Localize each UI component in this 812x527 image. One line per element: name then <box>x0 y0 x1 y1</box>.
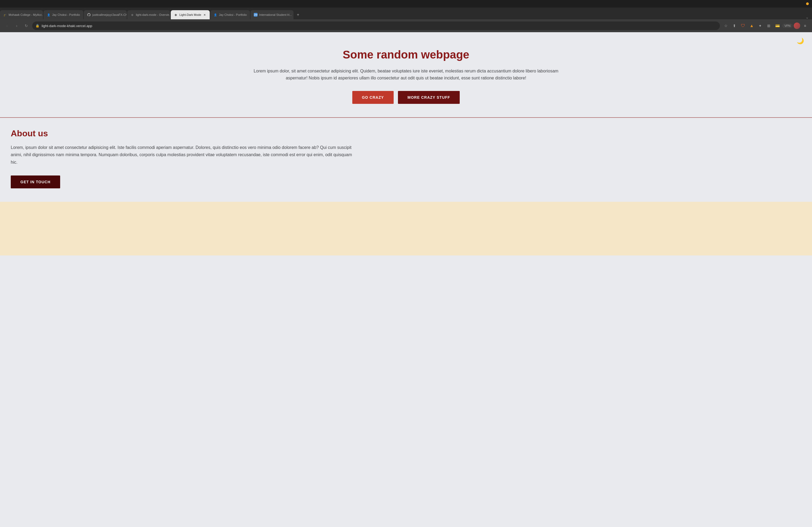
tab-lightdark-active[interactable]: ◆ Light-Dark Mode ✕ <box>171 10 210 19</box>
address-input[interactable] <box>42 24 717 28</box>
hamburger-icon: ≡ <box>804 24 806 28</box>
traffic-light-icon <box>806 2 809 5</box>
tab-expand-icon: ⌄ <box>806 15 809 19</box>
share-button[interactable]: ⬆ <box>731 22 738 30</box>
new-tab-button[interactable]: + <box>294 10 302 19</box>
hero-section: 🌙 Some random webpage Lorem ipsum dolor,… <box>0 32 812 117</box>
leo-ai-button[interactable]: ✦ <box>756 22 764 30</box>
hamburger-menu-button[interactable]: ≡ <box>801 22 809 30</box>
nav-bar: ‹ › ↻ 🔒 ☆ ⬆ 🛡 ▲ ✦ <box>0 19 812 32</box>
tab-portfolio-2[interactable]: 👤 Jay Choksi - Portfolio <box>210 10 250 19</box>
tab-portfolio-1[interactable]: 👤 Jay Choksi - Portfolio <box>44 10 83 19</box>
hero-description: Lorem ipsum dolor, sit amet consectetur … <box>245 67 567 81</box>
forward-button[interactable]: › <box>13 22 20 30</box>
tab-label-mohawk: Mohawk College - MyAcc... <box>9 13 43 16</box>
tab-bar: 🎓 Mohawk College - MyAcc... 👤 Jay Choksi… <box>0 7 812 19</box>
dark-mode-toggle[interactable]: 🌙 <box>797 37 804 45</box>
tab-label-overview: light-dark-mode - Overvie... <box>136 13 170 16</box>
vpn-button[interactable]: VPN <box>782 24 793 28</box>
tab-favicon-overview: ◆ <box>130 13 134 17</box>
forward-icon: › <box>16 24 17 28</box>
new-tab-icon: + <box>297 12 299 17</box>
tab-favicon-github <box>87 13 91 17</box>
webpage-content: 🌙 Some random webpage Lorem ipsum dolor,… <box>0 32 812 527</box>
sidebar-toggle-button[interactable]: ⊞ <box>765 22 772 30</box>
hero-buttons: GO CRAZY MORE CRAZY STUFF <box>11 91 801 104</box>
brave-rewards-icon: ▲ <box>750 23 754 28</box>
profile-button[interactable] <box>794 22 800 29</box>
tab-label-lightdark: Light-Dark Mode <box>179 13 201 16</box>
tab-favicon-international: ZM <box>254 13 258 17</box>
tab-favicon-lightdark: ◆ <box>174 13 178 17</box>
lock-icon: 🔒 <box>35 24 40 28</box>
tab-label-portfolio-2: Jay Choksi - Portfolio <box>219 13 247 16</box>
browser-chrome: 🎓 Mohawk College - MyAcc... 👤 Jay Choksi… <box>0 0 812 32</box>
footer-section <box>0 202 812 255</box>
tab-favicon-portfolio-1: 👤 <box>47 13 50 17</box>
wallet-button[interactable]: 💳 <box>773 22 781 30</box>
go-crazy-button[interactable]: GO CRAZY <box>352 91 394 104</box>
tab-overview[interactable]: ◆ light-dark-mode - Overvie... <box>127 10 170 19</box>
tab-international[interactable]: ZM International Student H... <box>250 10 293 19</box>
sidebar-icon: ⊞ <box>767 24 770 28</box>
tab-github[interactable]: justtcallmejayy/JavaFX-Ch... <box>84 10 127 19</box>
tab-label-international: International Student H... <box>259 13 292 16</box>
title-bar <box>0 0 812 7</box>
about-title: About us <box>11 129 801 138</box>
tab-favicon-mohawk: 🎓 <box>3 13 7 17</box>
back-icon: ‹ <box>6 24 8 28</box>
moon-icon: 🌙 <box>797 37 804 44</box>
hero-title: Some random webpage <box>11 48 801 61</box>
tab-bar-right-controls: ⌄ <box>806 15 812 19</box>
tab-label-github: justtcallmejayy/JavaFX-Ch... <box>92 13 127 16</box>
reload-button[interactable]: ↻ <box>23 22 30 30</box>
about-description: Lorem, ipsum dolor sit amet consectetur … <box>11 144 360 166</box>
leo-icon: ✦ <box>758 24 762 28</box>
wallet-icon: 💳 <box>775 24 780 28</box>
share-icon: ⬆ <box>733 24 736 28</box>
back-button[interactable]: ‹ <box>3 22 11 30</box>
brave-rewards-button[interactable]: ▲ <box>748 22 755 30</box>
vpn-label: VPN <box>784 24 791 27</box>
tab-close-icon[interactable]: ✕ <box>203 13 206 17</box>
reload-icon: ↻ <box>25 24 28 28</box>
get-in-touch-button[interactable]: GET IN TOUCH <box>11 176 60 189</box>
address-bar-container[interactable]: 🔒 <box>32 21 720 30</box>
tab-mohawk[interactable]: 🎓 Mohawk College - MyAcc... <box>0 10 43 19</box>
bookmark-icon: ☆ <box>724 24 728 28</box>
tab-label-portfolio-1: Jay Choksi - Portfolio <box>52 13 80 16</box>
brave-shield-button[interactable]: 🛡 <box>739 22 747 30</box>
brave-shield-icon: 🛡 <box>741 23 745 28</box>
bookmark-button[interactable]: ☆ <box>722 22 729 30</box>
section-divider <box>0 117 812 118</box>
nav-right-icons: ☆ ⬆ 🛡 ▲ ✦ ⊞ 💳 VPN <box>722 22 809 30</box>
more-crazy-button[interactable]: MORE CRAZY STUFF <box>398 91 460 104</box>
tab-favicon-portfolio-2: 👤 <box>214 13 217 17</box>
about-section: About us Lorem, ipsum dolor sit amet con… <box>0 118 812 202</box>
